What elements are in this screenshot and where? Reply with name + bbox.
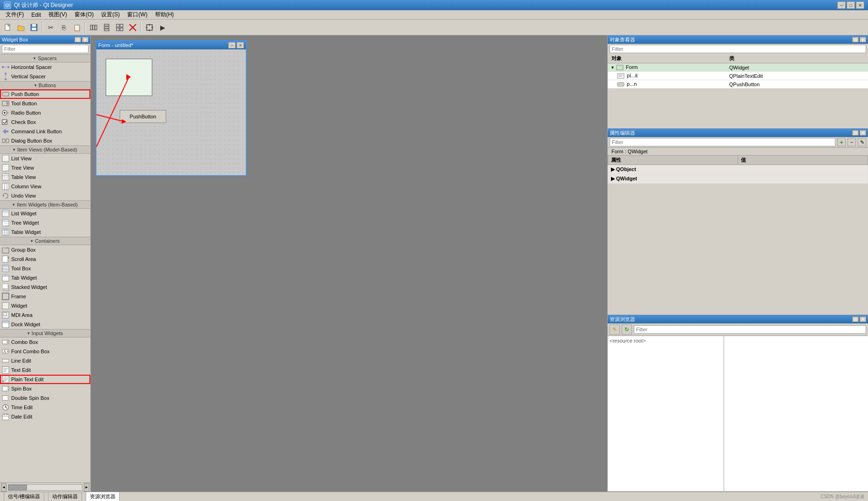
paste-button[interactable]: 📋	[71, 21, 83, 34]
plain-text-widget[interactable]	[106, 59, 152, 96]
save-button[interactable]	[28, 21, 40, 34]
status-tab-actions[interactable]: 动作编辑器	[48, 492, 82, 501]
widget-double-spin-box[interactable]: Double Spin Box	[0, 393, 90, 403]
category-containers[interactable]: ▾ Containers	[0, 237, 90, 245]
widget-line-edit[interactable]: Line Edit	[0, 356, 90, 365]
widget-tree-widget[interactable]: Tree Widget	[0, 218, 90, 227]
status-tab-signals[interactable]: 信号/槽编辑器	[4, 492, 44, 501]
open-button[interactable]	[15, 21, 27, 34]
property-remove-btn[interactable]: −	[848, 138, 856, 146]
widget-check-box[interactable]: Check Box	[0, 117, 90, 127]
widget-box-close-button[interactable]: ✕	[82, 37, 88, 42]
widget-table-widget[interactable]: Table Widget	[0, 227, 90, 237]
resource-filter-input[interactable]	[634, 325, 866, 334]
widget-command-link-button[interactable]: Command Link Button	[0, 127, 90, 136]
widget-tab-widget[interactable]: Tab Widget	[0, 273, 90, 282]
tree-view-label: Tree View	[11, 165, 34, 171]
widget-vertical-spacer[interactable]: Vertical Spacer	[0, 72, 90, 81]
widget-stacked-widget[interactable]: Stacked Widget	[0, 282, 90, 292]
widget-widget[interactable]: Widget	[0, 301, 90, 310]
obj-row-form[interactable]: ▾ Form QWidget	[608, 63, 868, 72]
widget-date-edit[interactable]: Date Edit	[0, 412, 90, 421]
category-input-widgets[interactable]: ▾ Input Widgets	[0, 329, 90, 337]
minimize-button[interactable]: ─	[837, 1, 846, 9]
widget-group-box[interactable]: Text Group Box	[0, 245, 90, 254]
resource-browser-close-btn[interactable]: ✕	[860, 316, 866, 322]
menu-form[interactable]: 窗体(O)	[71, 10, 97, 20]
widget-push-button[interactable]: Push Button	[0, 89, 90, 99]
widget-spin-box[interactable]: Spin Box	[0, 384, 90, 393]
preview-button[interactable]: ▶	[156, 21, 169, 34]
new-button[interactable]	[2, 21, 14, 34]
scroll-thumb[interactable]	[8, 485, 27, 490]
break-layout-button[interactable]	[127, 21, 139, 34]
resource-refresh-btn[interactable]: ↻	[622, 324, 632, 335]
menu-window[interactable]: 窗口(W)	[123, 10, 151, 20]
widget-frame[interactable]: Frame	[0, 292, 90, 301]
form-close-btn[interactable]: ✕	[237, 42, 244, 48]
widget-list-widget[interactable]: List Widget	[0, 209, 90, 218]
category-item-widgets[interactable]: ▾ Item Widgets (Item-Based)	[0, 200, 90, 209]
property-editor-close-btn[interactable]: ✕	[860, 130, 866, 136]
property-edit-btn[interactable]: ✎	[858, 138, 866, 146]
widget-box-scrollbar[interactable]: ◄ ►	[0, 482, 90, 492]
prop-group-qobject[interactable]: ▶ QObject	[608, 165, 868, 174]
widget-table-view[interactable]: Table View	[0, 172, 90, 182]
status-tab-resources[interactable]: 资源浏览器	[86, 492, 120, 501]
widget-dock-widget[interactable]: Dock Widget	[0, 320, 90, 329]
prop-group-qwidget[interactable]: ▶ QWidget	[608, 174, 868, 184]
close-button[interactable]: ✕	[856, 1, 864, 9]
category-item-views[interactable]: ▾ Item Views (Model-Based)	[0, 145, 90, 154]
widget-radio-button[interactable]: Radio Button	[0, 108, 90, 117]
widget-list-view[interactable]: List View	[0, 154, 90, 163]
adjust-size-button[interactable]	[143, 21, 156, 34]
obj-row-pushbutton[interactable]: p...n QPushButton	[608, 80, 868, 89]
object-inspector-float-btn[interactable]: ⊟	[852, 37, 859, 42]
scroll-right-btn[interactable]: ►	[84, 483, 89, 492]
layout-v-button[interactable]	[101, 21, 113, 34]
form-minimize-btn[interactable]: ─	[228, 42, 236, 48]
widget-box-float-button[interactable]: ⊟	[75, 37, 81, 42]
layout-h-button[interactable]	[88, 21, 100, 34]
resource-edit-btn[interactable]: ✎	[610, 324, 620, 335]
maximize-button[interactable]: □	[847, 1, 855, 9]
widget-horizontal-spacer[interactable]: Horizontal Spacer	[0, 62, 90, 72]
category-spacers[interactable]: ▾ Spacers	[0, 54, 90, 62]
widget-text-edit[interactable]: Text Edit	[0, 365, 90, 375]
widget-tool-box[interactable]: Tool Box	[0, 264, 90, 273]
widget-combo-box[interactable]: Combo Box	[0, 337, 90, 347]
tab-widget-icon	[2, 274, 9, 281]
object-inspector-close-btn[interactable]: ✕	[860, 37, 866, 42]
menu-edit[interactable]: Edit	[27, 11, 45, 19]
widget-tree-view[interactable]: Tree View	[0, 163, 90, 172]
widget-time-edit[interactable]: Time Edit	[0, 403, 90, 412]
widget-box-filter-input[interactable]	[2, 45, 88, 53]
copy-button[interactable]: ⎘	[58, 21, 70, 34]
widget-column-view[interactable]: Column View	[0, 182, 90, 191]
widget-mdi-area[interactable]: MDI Area	[0, 310, 90, 320]
menu-view[interactable]: 视图(V)	[45, 10, 71, 20]
vertical-spacer-label: Vertical Spacer	[11, 74, 46, 79]
widget-plain-text-edit[interactable]: AI Plain Text Edit	[0, 375, 90, 384]
menu-file[interactable]: 文件(F)	[2, 10, 27, 20]
menu-settings[interactable]: 设置(S)	[97, 10, 123, 20]
property-add-btn[interactable]: +	[837, 138, 846, 146]
svg-rect-24	[7, 66, 9, 68]
category-buttons[interactable]: ▾ Buttons	[0, 81, 90, 89]
form-canvas[interactable]: PushButton	[96, 49, 246, 175]
widget-tool-button[interactable]: Tool Button	[0, 99, 90, 108]
object-inspector-filter[interactable]	[610, 45, 866, 53]
obj-row-plaintextedit[interactable]: pl...it QPlainTextEdit	[608, 72, 868, 80]
property-editor-float-btn[interactable]: ⊟	[852, 130, 859, 136]
pushbutton-widget[interactable]: PushButton	[120, 110, 166, 123]
resource-browser-float-btn[interactable]: ⊟	[852, 316, 859, 322]
layout-grid-button[interactable]	[114, 21, 126, 34]
widget-scroll-area[interactable]: Scroll Area	[0, 254, 90, 264]
widget-dialog-button-box[interactable]: Dialog Button Box	[0, 136, 90, 145]
menu-help[interactable]: 帮助(H)	[151, 10, 178, 20]
property-filter-input[interactable]	[610, 138, 835, 146]
widget-undo-view[interactable]: Undo View	[0, 191, 90, 200]
scroll-left-btn[interactable]: ◄	[1, 483, 7, 492]
cut-button[interactable]: ✂	[45, 21, 57, 34]
widget-font-combo-box[interactable]: A Font Combo Box	[0, 347, 90, 356]
